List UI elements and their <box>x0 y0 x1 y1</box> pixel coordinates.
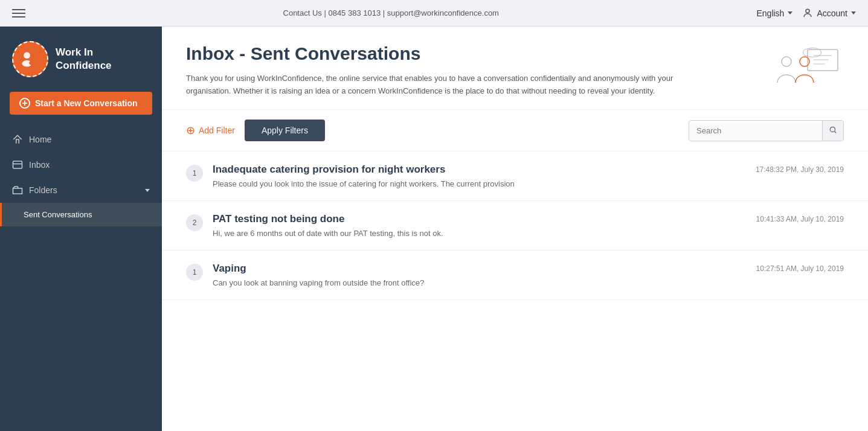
page-description: Thank you for using WorkInConfidence, th… <box>186 72 712 98</box>
topbar: Contact Us | 0845 383 1013 | support@wor… <box>0 0 868 27</box>
apply-filters-label: Apply Filters <box>262 126 308 135</box>
svg-point-10 <box>782 57 791 66</box>
search-button[interactable] <box>822 121 843 141</box>
hamburger-menu-icon[interactable] <box>12 9 25 18</box>
home-label: Home <box>29 135 51 144</box>
table-row[interactable]: 1 Vaping 10:27:51 AM, July 10, 2019 Can … <box>162 251 868 300</box>
conv-badge-1: 1 <box>186 165 203 182</box>
contact-info: Contact Us | 0845 383 1013 | support@wor… <box>283 8 499 18</box>
language-label: English <box>756 8 784 18</box>
conv-title-3: Vaping <box>213 263 246 275</box>
sidebar-item-folders[interactable]: Folders <box>0 177 162 203</box>
conv-title-2: PAT testing not being done <box>213 213 344 225</box>
main-header: Inbox - Sent Conversations Thank you for… <box>162 27 868 110</box>
inbox-icon <box>12 159 23 170</box>
sent-conversations-label: Sent Conversations <box>24 210 92 219</box>
conv-date-1: 17:48:32 PM, July 30, 2019 <box>756 165 844 174</box>
svg-point-3 <box>31 53 36 58</box>
layout: Work In Confidence + Start a New Convers… <box>0 27 868 431</box>
account-chevron-icon <box>851 11 856 14</box>
conv-content-1: Inadequate catering provision for night … <box>213 164 844 188</box>
add-filter-button[interactable]: ⊕ Add Filter <box>186 125 235 136</box>
home-icon <box>12 134 23 145</box>
search-icon <box>829 126 837 134</box>
conv-title-1: Inadequate catering provision for night … <box>213 164 445 176</box>
sidebar-sub-nav: Sent Conversations <box>0 203 162 226</box>
inbox-label: Inbox <box>29 160 50 170</box>
conv-date-3: 10:27:51 AM, July 10, 2019 <box>756 264 844 273</box>
logo-text: Work In Confidence <box>56 46 112 72</box>
filter-bar: ⊕ Add Filter Apply Filters <box>162 110 868 152</box>
conv-date-2: 10:41:33 AM, July 10, 2019 <box>756 215 844 223</box>
page-title: Inbox - Sent Conversations <box>186 43 712 64</box>
new-conversation-button[interactable]: + Start a New Conversation <box>10 92 152 115</box>
sidebar-nav: Home Inbox <box>0 127 162 177</box>
header-illustration <box>771 43 844 100</box>
account-label: Account <box>817 8 847 18</box>
conv-content-2: PAT testing not being done 10:41:33 AM, … <box>213 213 844 238</box>
folders-icon <box>12 185 23 196</box>
filter-left: ⊕ Add Filter Apply Filters <box>186 120 325 141</box>
folders-left: Folders <box>12 185 57 196</box>
sidebar: Work In Confidence + Start a New Convers… <box>0 27 162 431</box>
svg-point-4 <box>29 60 37 66</box>
search-input[interactable] <box>689 121 822 140</box>
new-conversation-label: Start a New Conversation <box>35 98 138 108</box>
table-row[interactable]: 2 PAT testing not being done 10:41:33 AM… <box>162 201 868 251</box>
conv-preview-2: Hi, we are 6 months out of date with our… <box>213 229 844 238</box>
add-filter-plus: ⊕ <box>186 125 195 136</box>
folders-chevron-icon <box>145 189 150 192</box>
svg-rect-5 <box>13 161 22 168</box>
conversation-list: 1 Inadequate catering provision for nigh… <box>162 152 868 431</box>
main-content: Inbox - Sent Conversations Thank you for… <box>162 27 868 431</box>
conv-header-1: Inadequate catering provision for night … <box>213 164 844 176</box>
apply-filters-button[interactable]: Apply Filters <box>245 120 325 141</box>
folders-label: Folders <box>29 185 57 195</box>
conv-header-2: PAT testing not being done 10:41:33 AM, … <box>213 213 844 225</box>
account-icon <box>802 8 813 19</box>
svg-point-0 <box>806 9 809 13</box>
sidebar-item-sent-conversations[interactable]: Sent Conversations <box>0 203 162 226</box>
main-header-left: Inbox - Sent Conversations Thank you for… <box>186 43 712 98</box>
language-selector[interactable]: English <box>756 8 792 18</box>
sidebar-logo: Work In Confidence <box>0 27 162 89</box>
conv-badge-2: 2 <box>186 214 203 231</box>
conv-badge-3: 1 <box>186 264 203 281</box>
sidebar-item-home[interactable]: Home <box>0 127 162 152</box>
logo-icon <box>12 41 48 77</box>
conv-header-3: Vaping 10:27:51 AM, July 10, 2019 <box>213 263 844 275</box>
table-row[interactable]: 1 Inadequate catering provision for nigh… <box>162 152 868 201</box>
svg-point-1 <box>24 52 30 59</box>
language-chevron-icon <box>788 11 792 14</box>
sidebar-item-inbox[interactable]: Inbox <box>0 152 162 177</box>
add-filter-label: Add Filter <box>199 126 235 135</box>
account-menu[interactable]: Account <box>802 8 856 19</box>
topbar-right: English Account <box>756 8 856 19</box>
search-box <box>689 120 844 141</box>
plus-circle-icon: + <box>19 98 30 109</box>
illustration-svg <box>771 43 844 98</box>
conv-content-3: Vaping 10:27:51 AM, July 10, 2019 Can yo… <box>213 263 844 287</box>
svg-point-12 <box>830 127 835 132</box>
conv-preview-3: Can you look at banning vaping from outs… <box>213 278 844 287</box>
conv-preview-1: Please could you look into the issue of … <box>213 179 844 188</box>
